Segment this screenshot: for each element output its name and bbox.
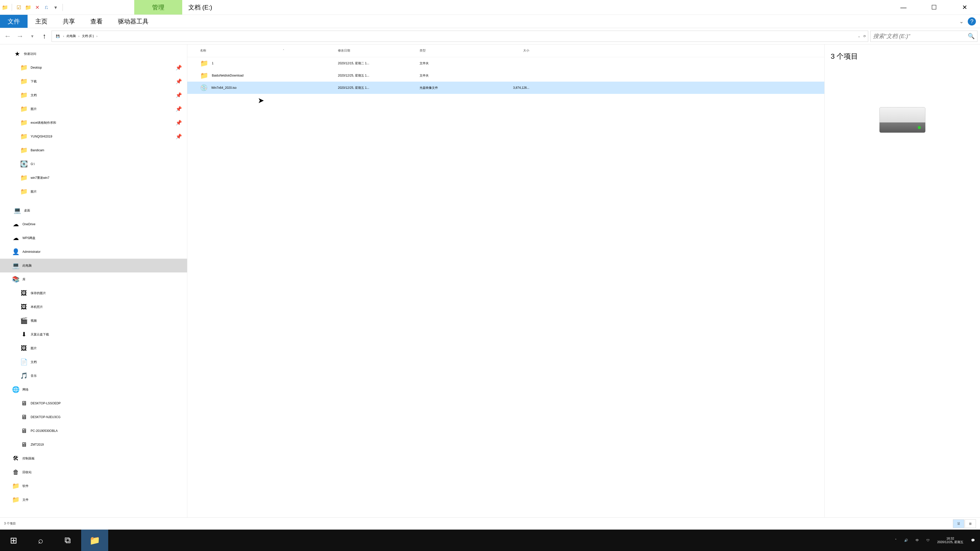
nav-item[interactable]: 📚库: [0, 272, 187, 286]
maximize-button[interactable]: ☐: [919, 0, 950, 14]
file-date: 2020/12/25, 星期五 1...: [338, 73, 420, 78]
nav-item[interactable]: 📁Bandicam: [0, 143, 187, 157]
close-button[interactable]: ✕: [950, 0, 980, 14]
drive-preview-icon: [880, 107, 925, 133]
address-bar[interactable]: 💾 › 此电脑 › 文档 (E:) › ⌄ ⟳: [52, 30, 868, 42]
qat-new-folder-icon[interactable]: 📁: [25, 4, 32, 11]
chevron-right-icon[interactable]: ›: [62, 35, 65, 38]
nav-item[interactable]: 🎵音乐: [0, 369, 187, 383]
nav-item[interactable]: ☁WPS网盘: [0, 231, 187, 245]
nav-item[interactable]: 🖥DESKTOP-LSSOEDP: [0, 396, 187, 410]
ime-indicator[interactable]: 中: [916, 538, 919, 543]
folder-icon: 📁: [21, 188, 27, 195]
security-icon[interactable]: 🛡: [926, 538, 929, 542]
nav-item[interactable]: 💻此电脑: [0, 259, 187, 272]
file-name: 1: [212, 62, 213, 65]
nav-item[interactable]: 🖼保存的图片: [0, 286, 187, 300]
nav-item[interactable]: 📁YUNQISHI2019📌: [0, 130, 187, 143]
explorer-taskbar-button[interactable]: 📁: [81, 530, 108, 551]
clock[interactable]: 16:32 2020/12/25, 星期五: [937, 537, 963, 544]
qat-undo-icon[interactable]: ⎌: [43, 4, 50, 11]
folder-icon: 📁: [200, 72, 208, 79]
search-icon[interactable]: 🔍: [968, 33, 975, 40]
nav-item[interactable]: 📁图片: [0, 185, 187, 198]
file-row[interactable]: 📁12020/12/15, 星期二 1...文件夹: [187, 57, 824, 69]
nav-item[interactable]: 🛠控制面板: [0, 451, 187, 465]
quick-access-toolbar: 📁 ☑ 📁 ✕ ⎌ ▾: [0, 0, 65, 14]
nav-item-label: 视频: [30, 319, 37, 323]
column-headers[interactable]: 名称˄ 修改日期 类型 大小: [187, 44, 824, 57]
column-type[interactable]: 类型: [420, 48, 488, 53]
qat-properties-icon[interactable]: ☑: [16, 4, 22, 11]
search-input[interactable]: [873, 33, 968, 40]
file-size: 3,874,126...: [488, 86, 535, 89]
volume-icon[interactable]: 🔊: [904, 538, 908, 542]
refresh-icon[interactable]: ⟳: [863, 35, 866, 38]
column-size[interactable]: 大小: [488, 48, 535, 53]
task-view-button[interactable]: ⧉: [54, 530, 81, 551]
forward-button[interactable]: →: [15, 31, 25, 41]
nav-item[interactable]: 📁Desktop📌: [0, 61, 187, 75]
action-center-icon[interactable]: 💬: [971, 538, 975, 542]
qat-delete-icon[interactable]: ✕: [34, 4, 41, 11]
contextual-tab-manage[interactable]: 管理: [134, 0, 182, 14]
nav-item[interactable]: 📄文档: [0, 355, 187, 369]
qat-dropdown-icon[interactable]: ▾: [52, 4, 59, 11]
item-count: 3 个项目: [824, 52, 858, 61]
nav-item[interactable]: 👤Administrator: [0, 245, 187, 259]
crumb-current[interactable]: 文档 (E:): [81, 34, 95, 38]
nav-item[interactable]: 📁文件: [0, 493, 187, 507]
nav-item[interactable]: 🖥ZMT2019: [0, 438, 187, 451]
search-button[interactable]: ⌕: [27, 530, 54, 551]
recent-dropdown[interactable]: ▾: [27, 31, 37, 41]
nav-item[interactable]: 📁excel表格制作求和📌: [0, 116, 187, 130]
tray-overflow-icon[interactable]: ˄: [895, 538, 897, 542]
tab-file[interactable]: 文件: [0, 15, 27, 28]
nav-item[interactable]: 🖼图片: [0, 341, 187, 355]
help-icon[interactable]: ?: [968, 17, 976, 25]
chevron-right-icon[interactable]: ›: [96, 35, 98, 38]
details-view-button[interactable]: ☱: [953, 519, 964, 528]
file-row[interactable]: 💿Win7x64_2020.iso2020/12/25, 星期五 1...光盘映…: [187, 82, 824, 94]
tab-drive-tools[interactable]: 驱动器工具: [110, 15, 156, 28]
pc-icon: 💻: [12, 262, 19, 269]
tab-home[interactable]: 主页: [27, 15, 55, 28]
column-name[interactable]: 名称: [200, 48, 206, 53]
address-dropdown-icon[interactable]: ⌄: [858, 35, 860, 38]
thumbnails-view-button[interactable]: ⊞: [965, 519, 976, 528]
nav-item-label: 控制面板: [22, 456, 35, 461]
nav-item-label: 图片: [30, 107, 37, 111]
crumb-this-pc[interactable]: 此电脑: [65, 34, 77, 38]
start-button[interactable]: ⊞: [0, 530, 27, 551]
nav-item[interactable]: 📁文档📌: [0, 88, 187, 102]
nav-item[interactable]: ☁OneDrive: [0, 218, 187, 231]
minimize-button[interactable]: —: [888, 0, 919, 14]
nav-item[interactable]: 📁下载📌: [0, 75, 187, 88]
nav-item[interactable]: 💽G:\: [0, 157, 187, 171]
nav-item[interactable]: 💻桌面: [0, 203, 187, 218]
pin-icon: 📌: [176, 106, 182, 112]
nav-item[interactable]: 🗑回收站: [0, 465, 187, 479]
up-button[interactable]: ↑: [39, 31, 49, 41]
nav-item[interactable]: ★快速访问: [0, 47, 187, 61]
nav-item[interactable]: 🖼本机照片: [0, 300, 187, 314]
nav-item[interactable]: 🖥PC-20190530OBLA: [0, 424, 187, 438]
nav-item[interactable]: 🖥DESKTOP-NJEU3CG: [0, 410, 187, 424]
back-button[interactable]: ←: [3, 31, 13, 41]
tab-view[interactable]: 查看: [83, 15, 110, 28]
nav-item[interactable]: 📁win7重装win7: [0, 171, 187, 185]
file-row[interactable]: 📁BaiduNetdiskDownload2020/12/25, 星期五 1..…: [187, 69, 824, 82]
nav-item-label: 图片: [30, 189, 37, 194]
chevron-right-icon[interactable]: ›: [78, 35, 80, 38]
search-box[interactable]: 🔍: [870, 30, 977, 42]
nav-item[interactable]: 🌐网络: [0, 383, 187, 396]
column-date[interactable]: 修改日期: [338, 48, 420, 53]
folder-icon: 📁: [21, 119, 27, 126]
nav-item[interactable]: ⬇天翼云盘下载: [0, 327, 187, 341]
navigation-pane[interactable]: ★快速访问📁Desktop📌📁下载📌📁文档📌📁图片📌📁excel表格制作求和📌📁…: [0, 44, 187, 517]
nav-item[interactable]: 📁软件: [0, 479, 187, 493]
nav-item[interactable]: 🎬视频: [0, 314, 187, 327]
tab-share[interactable]: 共享: [55, 15, 83, 28]
ribbon-collapse-icon[interactable]: ⌄: [959, 18, 964, 24]
nav-item[interactable]: 📁图片📌: [0, 102, 187, 116]
